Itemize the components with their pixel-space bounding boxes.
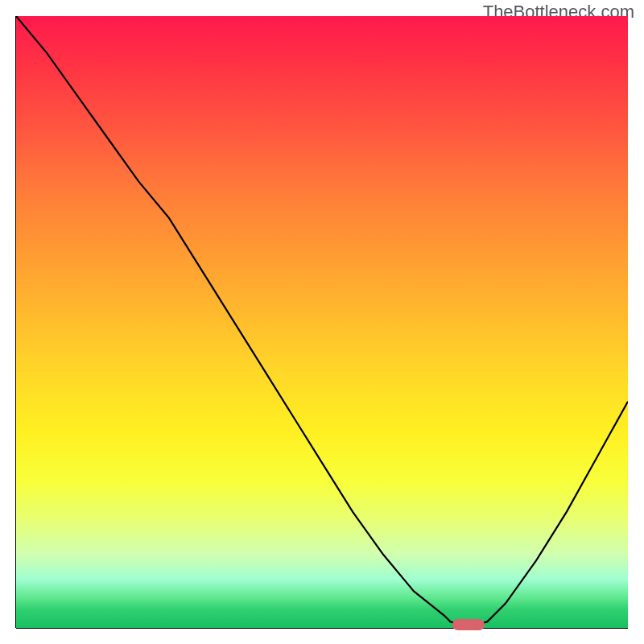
curve-svg bbox=[16, 16, 628, 628]
optimal-marker bbox=[452, 619, 485, 630]
bottleneck-curve bbox=[16, 16, 628, 625]
bottleneck-chart: TheBottleneck.com bbox=[0, 0, 644, 644]
plot-area bbox=[16, 16, 628, 628]
